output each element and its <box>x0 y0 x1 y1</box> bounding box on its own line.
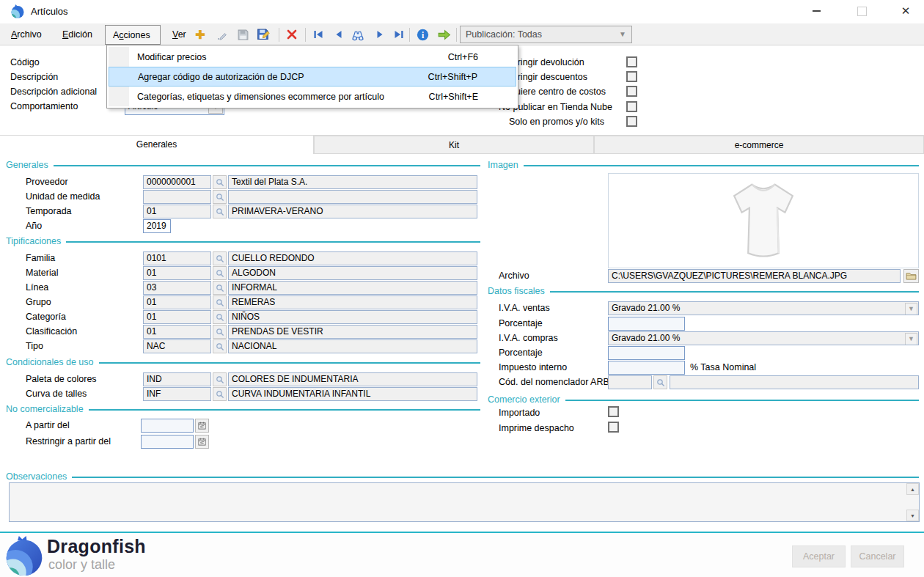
cancelar-button[interactable]: Cancelar <box>851 545 904 567</box>
material-lookup-button[interactable] <box>213 266 227 280</box>
menu-item-acciones[interactable]: Acciones <box>105 25 161 45</box>
publication-filter-combobox[interactable]: Publicación: Todas ▼ <box>460 26 632 43</box>
curva-talles-desc-field[interactable]: CURVA INDUMENTARIA INFANTIL <box>228 387 477 401</box>
add-button[interactable]: ✚ <box>191 26 209 43</box>
menu-option-categorias-ecommerce[interactable]: Categorías, etiquetas y dimensiones ecom… <box>109 87 516 106</box>
delete-button[interactable] <box>283 26 301 43</box>
iva-compras-combobox[interactable]: Gravado 21.00 %▼ <box>608 331 919 345</box>
tipo-desc-field[interactable]: NACIONAL <box>228 339 477 353</box>
proveedor-lookup-button[interactable] <box>213 175 227 189</box>
categoria-code-field[interactable]: 01 <box>143 310 211 324</box>
a-partir-del-field[interactable] <box>141 419 194 433</box>
nomenclador-arba-desc-field[interactable] <box>670 375 919 389</box>
close-button[interactable]: ✕ <box>893 0 918 22</box>
a-partir-del-calendar-button[interactable] <box>195 419 209 433</box>
edit-button[interactable] <box>213 26 231 43</box>
tab-kit[interactable]: Kit <box>314 136 594 154</box>
clasificacion-lookup-button[interactable] <box>213 325 227 339</box>
section-line <box>565 400 919 401</box>
chevron-down-icon[interactable]: ▼ <box>905 303 917 315</box>
nomenclador-arba-code-field[interactable] <box>608 375 652 389</box>
requiere-centro-costos-checkbox[interactable] <box>626 86 637 97</box>
restringir-a-partir-del-calendar-button[interactable] <box>195 435 209 449</box>
paleta-colores-desc-field[interactable]: COLORES DE INDUMENTARIA <box>228 372 477 386</box>
archivo-browse-button[interactable] <box>903 269 919 283</box>
linea-desc-field[interactable]: INFORMAL <box>228 281 477 295</box>
solo-promos-kits-checkbox[interactable] <box>626 116 637 127</box>
last-record-button[interactable] <box>390 26 408 43</box>
tab-generales[interactable]: Generales <box>0 136 314 154</box>
familia-desc-field[interactable]: CUELLO REDONDO <box>228 251 477 265</box>
first-record-button[interactable] <box>309 26 327 43</box>
menu-option-modificar-precios[interactable]: Modificar precios Ctrl+F6 <box>109 47 516 67</box>
magnifier-icon <box>216 342 224 351</box>
section-line <box>524 165 919 166</box>
clasificacion-desc-field[interactable]: PRENDAS DE VESTIR <box>228 325 477 339</box>
impuesto-interno-field[interactable] <box>608 361 685 375</box>
tasa-nominal-suffix: % Tasa Nominal <box>690 362 756 372</box>
scroll-up-button[interactable]: ▲ <box>906 483 919 495</box>
linea-lookup-button[interactable] <box>213 281 227 295</box>
unidad-medida-desc-field[interactable] <box>228 190 477 204</box>
maximize-button[interactable] <box>849 0 874 22</box>
unidad-medida-code-field[interactable] <box>143 190 211 204</box>
aceptar-button[interactable]: Aceptar <box>792 545 846 567</box>
last-record-icon <box>393 29 405 40</box>
next-record-button[interactable] <box>371 26 389 43</box>
tipo-lookup-button[interactable] <box>213 339 227 353</box>
proveedor-desc-field[interactable]: Textil del Plata S.A. <box>228 175 477 189</box>
save-button[interactable] <box>234 26 252 43</box>
menu-item-archivo[interactable]: Archivo <box>4 25 48 44</box>
temporada-code-field[interactable]: 01 <box>143 205 211 218</box>
restringir-descuentos-checkbox[interactable] <box>626 71 637 82</box>
categoria-desc-field[interactable]: NIÑOS <box>228 310 477 324</box>
porcentaje-compras-field[interactable] <box>608 346 685 360</box>
anio-field[interactable]: 2019 <box>143 219 171 233</box>
grupo-code-field[interactable]: 01 <box>143 295 211 309</box>
restringir-devolucion-checkbox[interactable] <box>626 56 637 67</box>
iva-ventas-combobox[interactable]: Gravado 21.00 %▼ <box>608 301 919 315</box>
grupo-desc-field[interactable]: REMERAS <box>228 295 477 309</box>
restringir-a-partir-del-field[interactable] <box>141 435 194 449</box>
paleta-colores-code-field[interactable]: IND <box>143 372 211 386</box>
categoria-lookup-button[interactable] <box>213 310 227 324</box>
paleta-colores-lookup-button[interactable] <box>213 372 227 386</box>
previous-record-button[interactable] <box>330 26 348 43</box>
tipo-code-field[interactable]: NAC <box>143 339 211 353</box>
save-edit-button[interactable] <box>254 26 272 43</box>
material-desc-field[interactable]: ALGODON <box>228 266 477 280</box>
observaciones-textarea[interactable] <box>9 482 920 522</box>
menu-item-ver[interactable]: Ver <box>166 25 193 44</box>
temporada-desc-field[interactable]: PRIMAVERA-VERANO <box>228 205 477 218</box>
minimize-icon <box>813 10 821 12</box>
curva-talles-code-field[interactable]: INF <box>143 387 211 401</box>
curva-talles-lookup-button[interactable] <box>213 387 227 401</box>
no-publicar-tienda-nube-checkbox[interactable] <box>626 101 637 112</box>
clasificacion-code-field[interactable]: 01 <box>143 325 211 339</box>
familia-lookup-button[interactable] <box>213 251 227 265</box>
porcentaje-ventas-field[interactable] <box>608 317 685 331</box>
search-button[interactable] <box>349 26 367 43</box>
grupo-lookup-button[interactable] <box>213 295 227 309</box>
tab-ecommerce[interactable]: e-commerce <box>594 136 924 154</box>
importado-checkbox[interactable] <box>608 406 619 417</box>
scroll-down-button[interactable]: ▼ <box>906 510 919 521</box>
chevron-down-icon[interactable]: ▼ <box>905 333 917 345</box>
familia-code-field[interactable]: 0101 <box>143 251 211 265</box>
archivo-path-field[interactable]: C:\USERS\GVAZQUEZ\PICTURES\REMERA BLANCA… <box>608 269 901 283</box>
nomenclador-arba-lookup-button[interactable] <box>653 375 667 389</box>
info-button[interactable]: i <box>414 26 431 43</box>
material-code-field[interactable]: 01 <box>143 266 211 280</box>
menu-option-shortcut: Ctrl+F6 <box>448 52 478 62</box>
proveedor-code-field[interactable]: 0000000001 <box>143 175 211 189</box>
menu-option-agregar-codigo-djcp[interactable]: Agregar código de autorización de DJCP C… <box>109 67 516 87</box>
menu-item-edicion[interactable]: Edición <box>56 25 99 44</box>
unidad-medida-lookup-button[interactable] <box>213 190 227 204</box>
imprime-despacho-checkbox[interactable] <box>608 422 619 433</box>
temporada-lookup-button[interactable] <box>213 205 227 218</box>
linea-code-field[interactable]: 03 <box>143 281 211 295</box>
go-button[interactable] <box>435 26 452 43</box>
minimize-button[interactable] <box>804 0 829 22</box>
dragonfish-logo-icon <box>4 535 44 576</box>
material-label: Material <box>26 268 58 278</box>
